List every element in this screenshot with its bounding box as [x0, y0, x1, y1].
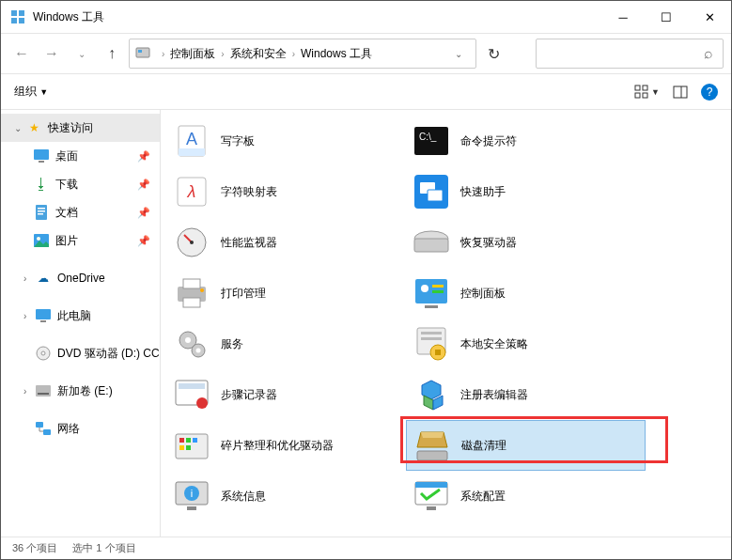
- record-icon: [172, 375, 211, 414]
- svg-rect-5: [138, 50, 142, 53]
- chevron-right-icon: ›: [292, 49, 295, 59]
- desktop-icon: [33, 148, 50, 164]
- organize-button[interactable]: 组织 ▼: [14, 84, 48, 100]
- breadcrumb-root[interactable]: 控制面板: [170, 46, 215, 62]
- breadcrumb-dropdown[interactable]: ⌄: [447, 49, 470, 59]
- pin-icon: 📌: [137, 179, 150, 191]
- minimize-button[interactable]: ─: [601, 3, 645, 31]
- breadcrumb-leaf[interactable]: Windows 工具: [301, 46, 372, 62]
- sidebar-item-label: 下载: [55, 177, 78, 193]
- item-command-prompt[interactable]: C:\_ 命令提示符: [406, 116, 646, 166]
- sidebar-item-label: 新加卷 (E:): [57, 383, 113, 399]
- item-defrag[interactable]: 碎片整理和优化驱动器: [166, 420, 406, 471]
- refresh-button[interactable]: ↻: [488, 45, 510, 63]
- svg-rect-24: [36, 385, 51, 397]
- recent-button[interactable]: ⌄: [69, 40, 95, 67]
- document-icon: [33, 204, 50, 221]
- item-label: 本地安全策略: [460, 336, 528, 352]
- item-system-info[interactable]: i 系统信息: [166, 471, 406, 521]
- search-input[interactable]: ⌕: [536, 39, 724, 69]
- svg-rect-12: [34, 149, 49, 160]
- drive-icon: [412, 223, 451, 262]
- sidebar-item-dvd[interactable]: › DVD 驱动器 (D:) CC: [1, 339, 160, 367]
- view-options-button[interactable]: ▼: [634, 85, 660, 100]
- item-label: 控制面板: [460, 286, 506, 302]
- back-button[interactable]: ←: [8, 40, 35, 67]
- sidebar-item-pictures[interactable]: 图片 📌: [1, 226, 160, 255]
- svg-rect-14: [36, 205, 47, 220]
- toolbar: 组织 ▼ ▼ ?: [1, 74, 731, 110]
- monitor-icon: [35, 307, 52, 324]
- forward-button[interactable]: →: [39, 40, 65, 67]
- item-wordpad[interactable]: A 写字板: [166, 116, 406, 166]
- item-print-management[interactable]: 打印管理: [166, 268, 406, 319]
- control-panel-icon: [412, 273, 451, 313]
- svg-point-39: [190, 241, 194, 244]
- svg-rect-30: [179, 148, 205, 156]
- preview-pane-button[interactable]: [673, 85, 688, 100]
- msconfig-icon: [412, 476, 451, 516]
- breadcrumb[interactable]: › 控制面板 › 系统和安全 › Windows 工具 ⌄: [129, 39, 476, 69]
- svg-rect-61: [179, 383, 205, 389]
- svg-rect-50: [425, 305, 438, 308]
- maximize-button[interactable]: ☐: [645, 3, 688, 31]
- svg-rect-41: [414, 239, 448, 252]
- gears-icon: [172, 324, 211, 364]
- help-icon[interactable]: ?: [701, 84, 718, 101]
- body: ⌄ ★ 快速访问 桌面 📌 ⭳ 下载 📌 文档 📌 图片: [1, 110, 731, 537]
- items-view[interactable]: A 写字板 C:\_ 命令提示符 λ 字符映射表 快速助手 性能监视: [161, 110, 731, 537]
- up-button[interactable]: ↑: [99, 40, 125, 67]
- svg-rect-0: [11, 10, 17, 16]
- breadcrumb-mid[interactable]: 系统和安全: [230, 46, 287, 62]
- item-performance-monitor[interactable]: 性能监视器: [166, 217, 406, 268]
- sidebar-item-documents[interactable]: 文档 📌: [1, 198, 160, 226]
- sidebar-item-volume[interactable]: › 新加卷 (E:): [1, 377, 160, 405]
- svg-rect-49: [432, 290, 444, 293]
- svg-text:i: i: [191, 488, 193, 499]
- navigation-pane: ⌄ ★ 快速访问 桌面 📌 ⭳ 下载 📌 文档 📌 图片: [1, 110, 161, 537]
- svg-rect-68: [186, 445, 191, 450]
- svg-point-19: [37, 237, 40, 241]
- svg-point-62: [196, 397, 208, 409]
- item-registry-editor[interactable]: 注册表编辑器: [406, 369, 646, 420]
- chevron-right-icon: ›: [162, 49, 164, 59]
- item-label: 快速助手: [460, 184, 506, 200]
- item-disk-cleanup[interactable]: 磁盘清理: [406, 420, 646, 471]
- item-label: 系统配置: [460, 489, 506, 505]
- sidebar-item-network[interactable]: › 网络: [1, 414, 160, 443]
- item-label: 碎片整理和优化驱动器: [221, 438, 334, 454]
- cubes-icon: [412, 375, 451, 414]
- status-item-count: 36 个项目: [12, 541, 57, 555]
- item-services[interactable]: 服务: [166, 319, 406, 369]
- svg-rect-3: [19, 18, 24, 23]
- chevron-right-icon: ›: [221, 49, 224, 59]
- item-label: 磁盘清理: [461, 438, 506, 454]
- monitor-info-icon: i: [172, 476, 211, 516]
- item-steps-recorder[interactable]: 步骤记录器: [166, 369, 406, 420]
- item-quick-assist[interactable]: 快速助手: [406, 166, 646, 217]
- sidebar-item-onedrive[interactable]: › ☁ OneDrive: [1, 264, 160, 292]
- close-button[interactable]: ✕: [688, 3, 731, 31]
- sidebar-item-desktop[interactable]: 桌面 📌: [1, 142, 160, 170]
- titlebar: Windows 工具 ─ ☐ ✕: [1, 1, 731, 33]
- item-system-config[interactable]: 系统配置: [406, 471, 646, 521]
- svg-point-45: [200, 288, 204, 292]
- sidebar-item-this-pc[interactable]: › 此电脑: [1, 302, 160, 330]
- sidebar-item-quick-access[interactable]: ⌄ ★ 快速访问: [1, 114, 160, 142]
- item-recovery-drive[interactable]: 恢复驱动器: [406, 217, 646, 268]
- defrag-icon: [172, 426, 211, 465]
- svg-rect-9: [643, 93, 647, 98]
- svg-rect-59: [435, 350, 441, 355]
- svg-point-52: [185, 337, 191, 343]
- sidebar-item-downloads[interactable]: ⭳ 下载 📌: [1, 170, 160, 198]
- window-controls: ─ ☐ ✕: [601, 3, 731, 31]
- sidebar-item-label: DVD 驱动器 (D:) CC: [57, 346, 160, 362]
- item-character-map[interactable]: λ 字符映射表: [166, 166, 406, 217]
- svg-text:A: A: [186, 130, 197, 148]
- explorer-window: Windows 工具 ─ ☐ ✕ ← → ⌄ ↑ › 控制面板 › 系统和安全 …: [0, 0, 732, 560]
- chevron-right-icon: ›: [23, 273, 35, 284]
- item-local-security-policy[interactable]: 本地安全策略: [406, 319, 646, 369]
- item-control-panel[interactable]: 控制面板: [406, 268, 646, 319]
- svg-rect-65: [186, 438, 191, 443]
- cloud-icon: ☁: [35, 270, 52, 287]
